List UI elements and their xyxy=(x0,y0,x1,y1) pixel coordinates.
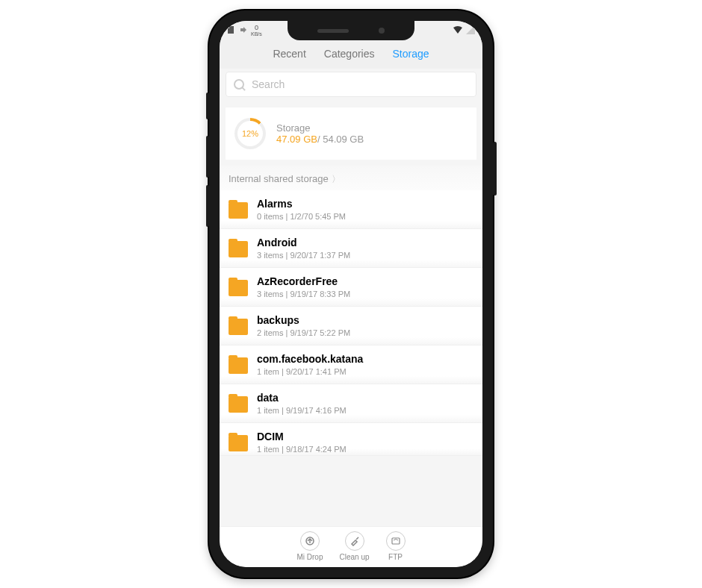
folder-meta: 0 items | 1/2/70 5:45 PM xyxy=(257,212,346,221)
network-speed: 0 KB/s xyxy=(251,25,262,37)
storage-percent: 12% xyxy=(242,129,258,138)
top-tabs: Recent Categories Storage xyxy=(220,40,482,69)
folder-name: Android xyxy=(257,237,350,248)
mute-switch xyxy=(206,93,209,119)
phone-frame: 0 KB/s Recent Categories Storage Search xyxy=(209,10,493,578)
clean-up-button[interactable]: Clean up xyxy=(339,531,369,561)
list-item[interactable]: com.facebook.katana 1 item | 9/20/17 1:4… xyxy=(220,345,482,384)
speaker xyxy=(317,29,349,33)
mi-drop-button[interactable]: Mi Drop xyxy=(296,531,323,561)
storage-label: Storage xyxy=(276,122,364,134)
list-item[interactable]: Android 3 items | 9/20/17 1:37 PM xyxy=(220,229,482,268)
tab-recent[interactable]: Recent xyxy=(273,48,305,60)
folder-meta: 2 items | 9/19/17 5:22 PM xyxy=(257,328,350,337)
folder-icon xyxy=(229,435,248,451)
mi-drop-icon xyxy=(300,531,320,551)
folder-name: com.facebook.katana xyxy=(257,353,363,365)
list-item[interactable]: backups 2 items | 9/19/17 5:22 PM xyxy=(220,307,482,345)
folder-icon xyxy=(229,202,248,219)
tab-storage[interactable]: Storage xyxy=(393,48,429,60)
list-item[interactable]: AzRecorderFree 3 items | 9/19/17 8:33 PM xyxy=(220,268,482,307)
folder-meta: 1 item | 9/19/17 4:16 PM xyxy=(257,406,347,415)
folder-name: AzRecorderFree xyxy=(257,275,350,287)
folder-meta: 1 item | 9/20/17 1:41 PM xyxy=(257,367,363,376)
list-item[interactable]: Alarms 0 items | 1/2/70 5:45 PM xyxy=(220,190,482,229)
swap-icon xyxy=(239,25,248,36)
bottom-bar: Mi Drop Clean up FTP xyxy=(220,526,482,567)
folder-meta: 1 item | 9/18/17 4:24 PM xyxy=(257,445,347,454)
broom-icon xyxy=(345,531,364,551)
svg-rect-1 xyxy=(228,26,229,28)
power-button xyxy=(493,142,497,196)
chevron-right-icon: 〉 xyxy=(332,174,341,184)
folder-list[interactable]: Alarms 0 items | 1/2/70 5:45 PM Android … xyxy=(220,190,482,526)
volume-down xyxy=(206,185,209,227)
search-icon xyxy=(234,79,244,90)
folder-icon xyxy=(229,280,248,296)
tab-categories[interactable]: Categories xyxy=(324,48,375,60)
search-placeholder: Search xyxy=(252,78,285,90)
list-item[interactable]: DCIM 1 item | 9/18/17 4:24 PM xyxy=(220,423,482,456)
folder-icon xyxy=(229,319,248,335)
folder-icon xyxy=(229,396,248,413)
screen: 0 KB/s Recent Categories Storage Search xyxy=(220,21,482,567)
folder-name: Alarms xyxy=(257,198,346,210)
folder-icon xyxy=(229,357,248,374)
notch xyxy=(288,21,414,40)
volume-up xyxy=(206,136,209,178)
folder-meta: 3 items | 9/19/17 8:33 PM xyxy=(257,290,350,298)
folder-name: backups xyxy=(257,314,350,326)
ftp-button[interactable]: FTP xyxy=(386,531,406,561)
storage-summary[interactable]: 12% Storage 47.09 GB/ 54.09 GB xyxy=(226,107,476,160)
search-input[interactable]: Search xyxy=(226,72,476,97)
storage-size: 47.09 GB/ 54.09 GB xyxy=(276,134,364,145)
list-item[interactable]: data 1 item | 9/19/17 4:16 PM xyxy=(220,384,482,423)
breadcrumb[interactable]: Internal shared storage〉 xyxy=(220,166,482,190)
folder-meta: 3 items | 9/20/17 1:37 PM xyxy=(257,251,350,260)
wifi-icon xyxy=(453,25,463,36)
folder-name: data xyxy=(257,392,347,404)
folder-name: DCIM xyxy=(257,431,347,442)
front-camera xyxy=(379,28,385,34)
folder-icon xyxy=(229,241,248,257)
storage-ring-icon: 12% xyxy=(234,118,266,149)
sd-icon xyxy=(227,25,236,36)
signal-icon xyxy=(466,25,475,36)
ftp-icon xyxy=(386,531,406,551)
